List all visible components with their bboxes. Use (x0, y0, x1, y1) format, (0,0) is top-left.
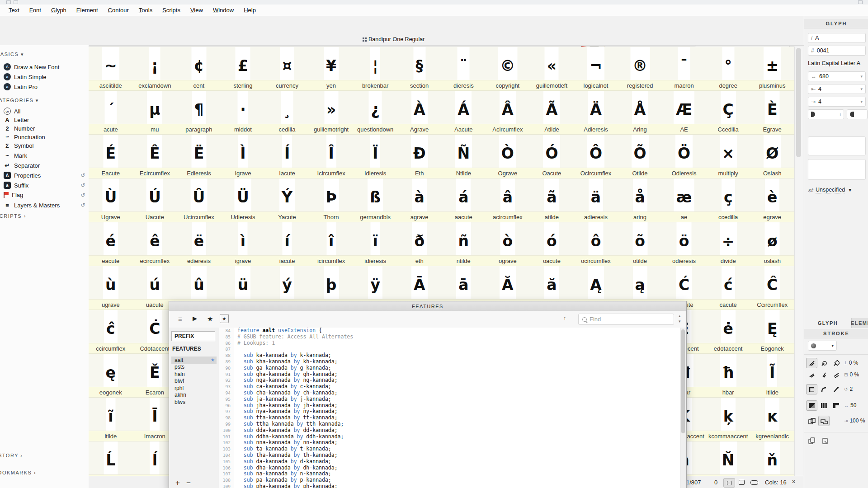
glyph-cell-Atilde[interactable]: ÃAtilde (530, 91, 574, 135)
features-menu-icon[interactable]: ≡ (178, 315, 182, 323)
glyph-cell-divide[interactable]: ÷divide (706, 222, 750, 266)
overlap-keep-button[interactable] (806, 416, 817, 426)
glyph-cell-odieresis[interactable]: öodieresis (662, 222, 706, 266)
glyph-cell-exclamdown[interactable]: ¡exclamdown (133, 47, 177, 91)
grid-scrollbar[interactable] (794, 47, 803, 476)
glyph-cell-Ograve[interactable]: ÒOgrave (486, 135, 530, 178)
glyph-cell-ntilde[interactable]: ñntilde (442, 222, 486, 266)
glyph-cell-Ocircumflex[interactable]: ÔOcircumflex (574, 135, 618, 178)
glyph-cell-ccircumflex[interactable]: ĉccircumflex (89, 310, 133, 354)
glyph-cell-otilde[interactable]: õotilde (618, 222, 662, 266)
glyph-cell-dieresis[interactable]: ¨dieresis (442, 47, 486, 91)
glyph-cell-Otilde[interactable]: ÕOtilde (618, 135, 662, 178)
glyph-cell-mu[interactable]: µmu (133, 91, 177, 135)
kern-class-right-field[interactable] (847, 109, 868, 119)
overlap-merge-button[interactable] (818, 416, 830, 426)
glyph-cell-Idieresis[interactable]: ÏIdieresis (353, 135, 397, 178)
stroke-style-dropdown[interactable]: ▾ (808, 341, 837, 351)
glyph-cell-hbar[interactable]: ħhbar (706, 354, 750, 398)
glyph-cell-Adieresis[interactable]: ÄAdieresis (574, 91, 618, 135)
glyph-cell-Igrave[interactable]: ÌIgrave (221, 135, 265, 178)
sidebar-item-flag[interactable]: Flag (4, 192, 23, 198)
sidebar-item-suffix[interactable]: aSuffix (4, 182, 28, 189)
glyph-cell-Aring[interactable]: ÅAring (618, 91, 662, 135)
find-up-chevron-icon[interactable]: ▴ (679, 314, 681, 318)
pen-slant-3-button[interactable] (830, 370, 842, 380)
glyph-cell-yen[interactable]: ¥yen (309, 47, 354, 91)
glyph-cell-currency[interactable]: ¤currency (265, 47, 309, 91)
history-section-header[interactable]: HISTORY › (0, 453, 23, 458)
sidebar-item-letter[interactable]: ALetter (4, 116, 29, 123)
categories-section-header[interactable]: CATEGORIES ▾ (0, 98, 39, 103)
paste-stroke-button[interactable] (820, 436, 831, 446)
pen-slant-2-button[interactable] (818, 370, 830, 380)
glyph-cell-copyright[interactable]: ©copyright (486, 47, 530, 91)
glyph-cell-ugrave[interactable]: ùugrave (89, 266, 133, 310)
corner-round-button[interactable] (818, 384, 830, 394)
glyph-cell-sterling[interactable]: £sterling (221, 47, 265, 91)
stroke-width-value[interactable]: ⊞0 % (844, 371, 859, 378)
feature-item-psts[interactable]: psts (171, 364, 217, 371)
scripts-section-header[interactable]: SCRIPTS › (0, 213, 26, 219)
glyph-cell-Oslash[interactable]: ØOslash (750, 135, 794, 178)
cell-size-medium-button[interactable] (736, 478, 747, 487)
glyph-cell-brokenbar[interactable]: ¦brokenbar (353, 47, 397, 91)
glyph-unicode-field[interactable]: # 0041 (808, 46, 866, 56)
glyph-cell-edieresis[interactable]: ëedieresis (177, 222, 221, 266)
glyph-cell-Yacute[interactable]: ÝYacute (265, 178, 309, 222)
features-panel-title[interactable]: FEATURES (169, 301, 686, 311)
glyph-cell-multiply[interactable]: ×multiply (706, 135, 750, 178)
glyph-cell-ecircumflex[interactable]: êecircumflex (133, 222, 177, 266)
glyph-cell-agrave[interactable]: àagrave (397, 178, 442, 222)
glyph-cell-Ugrave[interactable]: ÙUgrave (89, 178, 133, 222)
glyph-note-box[interactable] (808, 159, 866, 180)
right-sidebearing-field[interactable]: ⇥ 4 ▾ (808, 97, 866, 107)
glyph-cell-Lacute[interactable]: ĹLacute (89, 441, 133, 476)
glyph-cell-AE[interactable]: ÆAE (662, 91, 706, 135)
sidebar-item-latin-pro[interactable]: aLatin Pro (4, 83, 38, 90)
cell-size-large-button[interactable] (749, 478, 760, 487)
sidebar-item-latin-simple[interactable]: aLatin Simple (4, 73, 47, 80)
tab-element[interactable]: ELEMENT (851, 318, 868, 328)
revert-icon[interactable]: ↺ (80, 192, 85, 198)
glyph-cell-degree[interactable]: °degree (706, 47, 750, 91)
glyph-cell-edotaccent[interactable]: ėedotaccent (706, 310, 750, 354)
glyph-cell-Ccircumflex[interactable]: ĈCcircumflex (750, 266, 794, 310)
find-input[interactable]: Find (578, 314, 674, 325)
glyph-cell-guillemotright[interactable]: »guillemotright (309, 91, 354, 135)
glyph-name-field[interactable]: / A (808, 33, 866, 43)
glyph-cell-Ntilde[interactable]: ÑNtilde (442, 135, 486, 178)
glyph-cell-Agrave[interactable]: ÀAgrave (397, 91, 442, 135)
glyph-cell-kgreenlandic[interactable]: ĸkgreenlandic (750, 398, 794, 441)
menu-view[interactable]: View (185, 7, 208, 14)
sidebar-item-number[interactable]: 2Number (4, 125, 35, 132)
glyph-cell-cacute[interactable]: ćcacute (706, 266, 750, 310)
feature-item-blws[interactable]: blws (171, 399, 217, 406)
glyph-cell-paragraph[interactable]: ¶paragraph (177, 91, 221, 135)
menu-glyph[interactable]: Glyph (46, 7, 71, 14)
feature-item-rphf[interactable]: rphf (171, 385, 217, 392)
menu-window[interactable]: Window (208, 7, 239, 14)
glyph-cell-iacute[interactable]: íiacute (265, 222, 309, 266)
expand-value[interactable]: ⇥100 % (844, 418, 865, 424)
scrollbar-thumb[interactable] (796, 48, 801, 157)
filter-icon[interactable]: ▼ (848, 188, 852, 192)
glyph-cell-Ccedilla[interactable]: ÇCcedilla (706, 91, 750, 135)
sidebar-item-punctuation[interactable]: !?Punctuation (4, 133, 45, 141)
star-box-icon[interactable]: ★ (220, 314, 229, 323)
glyph-cell-cent[interactable]: ¢cent (177, 47, 221, 91)
statusbar-close-icon[interactable]: × (792, 479, 795, 485)
glyph-cell-Aacute[interactable]: ÁAacute (442, 91, 486, 135)
chevron-down-icon[interactable]: ▾ (860, 74, 863, 79)
menu-help[interactable]: Help (239, 7, 261, 14)
glyph-cell-Udieresis[interactable]: ÜUdieresis (221, 178, 265, 222)
glyph-cell-Eogonek[interactable]: ĘEogonek (750, 310, 794, 354)
pen-angle-3-button[interactable] (830, 358, 842, 368)
glyph-tags-box[interactable] (808, 136, 866, 155)
corner-value[interactable]: ↺2 (844, 386, 853, 392)
glyph-cell-Iacute[interactable]: ÍIacute (265, 135, 309, 178)
corner-miter-button[interactable] (806, 384, 817, 394)
glyph-cell-Ncaron[interactable]: ŇNcaron (706, 441, 750, 476)
find-up-icon[interactable]: ↑ (563, 315, 566, 321)
tab-glyph[interactable]: GLYPH (804, 318, 851, 328)
